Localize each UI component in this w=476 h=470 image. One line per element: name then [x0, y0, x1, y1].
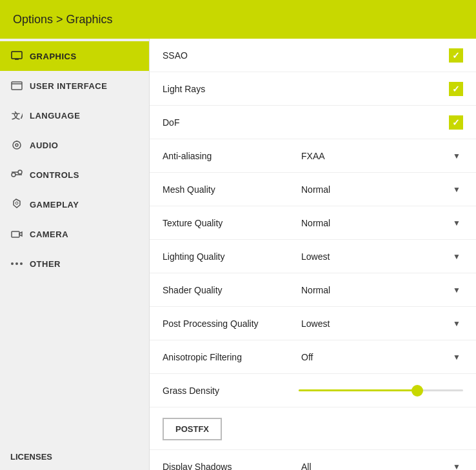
anisotropic-value: Off	[301, 352, 313, 362]
setting-row-lighting-quality: Lighting Quality Lowest ▼	[150, 240, 476, 273]
sidebar-item-camera-label: CAMERA	[30, 230, 68, 239]
gameplay-icon	[10, 198, 23, 211]
mesh-quality-label: Mesh Quality	[163, 184, 299, 195]
svg-point-16	[11, 262, 14, 265]
sidebar-item-camera[interactable]: CAMERA	[0, 219, 149, 249]
anisotropic-dropdown[interactable]: Off ▼	[299, 352, 463, 362]
texture-quality-value: Normal	[301, 218, 330, 228]
svg-text:文A: 文A	[12, 111, 23, 121]
setting-row-anti-aliasing: Anti-aliasing FXAA ▼	[150, 139, 476, 173]
svg-point-11	[18, 170, 22, 174]
light-rays-check-icon: ✓	[452, 84, 460, 94]
dof-control: ✓	[449, 115, 463, 130]
sidebar-item-graphics[interactable]: GRAPHICS	[0, 41, 149, 71]
sidebar-item-graphics-label: GRAPHICS	[30, 52, 77, 61]
svg-rect-14	[12, 231, 19, 237]
grass-density-slider[interactable]	[299, 389, 463, 391]
display-shadows-label: Display Shadows	[163, 462, 299, 471]
anti-aliasing-value: FXAA	[301, 151, 325, 161]
camera-icon	[10, 228, 23, 240]
lighting-quality-arrow-icon: ▼	[453, 252, 461, 261]
ssao-check-icon: ✓	[452, 50, 460, 61]
sidebar: GRAPHICS USER INTERFACE 文A LANGUAGE	[0, 39, 150, 470]
anisotropic-label: Anisotropic Filtering	[163, 352, 299, 362]
anti-aliasing-label: Anti-aliasing	[163, 151, 299, 161]
setting-row-light-rays: Light Rays ✓	[150, 72, 476, 106]
light-rays-checkbox[interactable]: ✓	[449, 82, 463, 96]
setting-row-mesh-quality: Mesh Quality Normal ▼	[150, 173, 476, 206]
sidebar-item-gameplay[interactable]: GAMEPLAY	[0, 190, 149, 219]
light-rays-label: Light Rays	[163, 84, 449, 94]
postfx-section: POSTFX	[150, 407, 476, 450]
shader-quality-arrow-icon: ▼	[453, 286, 461, 295]
audio-icon	[10, 139, 23, 152]
texture-quality-arrow-icon: ▼	[453, 219, 461, 228]
ui-icon	[10, 79, 23, 92]
display-shadows-dropdown[interactable]: All ▼	[299, 462, 463, 471]
other-icon	[10, 257, 23, 270]
postfx-button[interactable]: POSTFX	[163, 418, 222, 440]
svg-rect-0	[12, 52, 22, 59]
setting-row-dof: DoF ✓	[150, 106, 476, 139]
setting-row-texture-quality: Texture Quality Normal ▼	[150, 206, 476, 240]
slider-track	[299, 389, 463, 391]
anti-aliasing-dropdown[interactable]: FXAA ▼	[299, 151, 463, 161]
svg-point-17	[15, 262, 18, 265]
lighting-quality-dropdown[interactable]: Lowest ▼	[299, 251, 463, 262]
setting-row-grass-density: Grass Density	[150, 374, 476, 407]
post-processing-arrow-icon: ▼	[453, 319, 461, 328]
sidebar-item-user-interface[interactable]: USER INTERFACE	[0, 71, 149, 101]
controls-icon	[10, 168, 23, 181]
setting-row-shader-quality: Shader Quality Normal ▼	[150, 273, 476, 307]
sidebar-item-other-label: OTHER	[30, 259, 61, 269]
sidebar-item-language-label: LANGUAGE	[30, 111, 80, 121]
light-rays-control: ✓	[449, 82, 463, 96]
sidebar-item-other[interactable]: OTHER	[0, 249, 149, 279]
sidebar-item-gameplay-label: GAMEPLAY	[30, 200, 79, 210]
mesh-quality-value: Normal	[301, 184, 330, 195]
slider-thumb[interactable]	[412, 385, 423, 397]
header-title: Options > Graphics	[13, 13, 113, 26]
setting-row-display-shadows: Display Shadows All ▼	[150, 450, 476, 470]
main-layout: GRAPHICS USER INTERFACE 文A LANGUAGE	[0, 39, 476, 470]
dof-check-icon: ✓	[452, 117, 460, 128]
ssao-checkbox[interactable]: ✓	[449, 48, 463, 63]
dof-label: DoF	[163, 117, 449, 128]
header: Options > Graphics	[0, 0, 476, 39]
post-processing-label: Post Processing Quality	[163, 318, 299, 329]
mesh-quality-dropdown[interactable]: Normal ▼	[299, 184, 463, 195]
svg-rect-3	[12, 82, 22, 90]
sidebar-item-controls-label: CONTROLS	[30, 170, 79, 180]
language-icon: 文A	[10, 109, 23, 122]
sidebar-item-language[interactable]: 文A LANGUAGE	[0, 101, 149, 130]
svg-point-18	[20, 262, 23, 265]
sidebar-item-licenses[interactable]: LICENSES	[0, 444, 149, 470]
svg-point-7	[15, 144, 18, 146]
texture-quality-dropdown[interactable]: Normal ▼	[299, 218, 463, 228]
svg-point-13	[15, 202, 18, 204]
sidebar-item-audio[interactable]: AUDIO	[0, 130, 149, 160]
texture-quality-label: Texture Quality	[163, 218, 299, 228]
sidebar-item-controls[interactable]: CONTROLS	[0, 160, 149, 190]
content-area: SSAO ✓ Light Rays ✓ DoF ✓	[150, 39, 476, 470]
shader-quality-dropdown[interactable]: Normal ▼	[299, 285, 463, 295]
monitor-icon	[10, 50, 23, 63]
slider-fill	[299, 389, 417, 391]
setting-row-post-processing: Post Processing Quality Lowest ▼	[150, 307, 476, 340]
svg-point-6	[13, 141, 21, 149]
svg-point-9	[12, 173, 15, 177]
sidebar-item-audio-label: AUDIO	[30, 141, 58, 150]
dof-checkbox[interactable]: ✓	[449, 115, 463, 130]
shader-quality-label: Shader Quality	[163, 285, 299, 295]
ssao-label: SSAO	[163, 50, 449, 61]
svg-marker-15	[19, 232, 22, 236]
ssao-control: ✓	[449, 48, 463, 63]
grass-density-label: Grass Density	[163, 386, 299, 396]
post-processing-dropdown[interactable]: Lowest ▼	[299, 318, 463, 329]
setting-row-anisotropic: Anisotropic Filtering Off ▼	[150, 340, 476, 374]
shader-quality-value: Normal	[301, 285, 330, 295]
lighting-quality-label: Lighting Quality	[163, 251, 299, 262]
display-shadows-value: All	[301, 462, 312, 471]
sidebar-item-ui-label: USER INTERFACE	[30, 81, 107, 91]
post-processing-value: Lowest	[301, 318, 330, 329]
